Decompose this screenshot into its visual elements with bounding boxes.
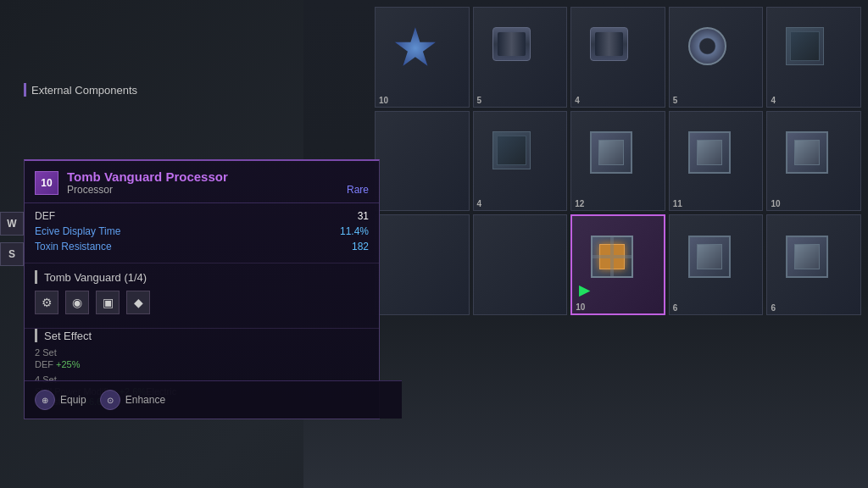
- set-icon-2: ◉: [65, 291, 89, 314]
- equip-label: Equip: [60, 394, 86, 406]
- grid-item-14[interactable]: 6: [766, 214, 861, 315]
- set-icon-3: ▣: [96, 291, 120, 314]
- item-name: Tomb Vanguard Processor: [67, 169, 369, 184]
- processor-icon-9: [786, 131, 828, 174]
- processor-icon-13: [688, 236, 731, 278]
- processor-icon-8: [688, 131, 731, 174]
- item-level-7: 12: [575, 199, 584, 208]
- detail-stats: DEF 31 Ecive Display Time 11.4% Toxin Re…: [25, 203, 379, 263]
- item-level-14: 6: [771, 303, 776, 313]
- grid-item-10[interactable]: [375, 214, 470, 315]
- set-effect-title: Set Effect: [44, 330, 92, 342]
- cursor-arrow-icon: ▶: [579, 282, 589, 298]
- sidebar-keys: W S: [0, 212, 24, 266]
- item-type: Processor: [67, 184, 113, 196]
- set-effect-indicator: [35, 329, 37, 342]
- item-level-0: 10: [379, 96, 388, 105]
- grid-item-0[interactable]: 10: [375, 7, 470, 108]
- grid-item-5[interactable]: [375, 111, 470, 212]
- grid-item-11[interactable]: [473, 214, 568, 315]
- grid-item-2[interactable]: 4: [570, 7, 665, 108]
- processor-icon-7: [590, 131, 632, 174]
- stat-row-toxin: Toxin Resistance 182: [35, 241, 369, 252]
- item-level-13: 6: [673, 303, 678, 313]
- item-rarity: Rare: [347, 184, 369, 196]
- stat-row-ecive: Ecive Display Time 11.4%: [35, 225, 369, 237]
- set-indicator: [35, 270, 37, 284]
- grid-item-13[interactable]: 6: [669, 214, 764, 315]
- grid-item-8[interactable]: 11: [669, 111, 764, 212]
- detail-header: 10 Tomb Vanguard Processor Processor Rar…: [25, 161, 379, 203]
- effect-2set-label: 2 Set: [35, 347, 369, 358]
- grid-item-9[interactable]: 10: [766, 111, 861, 212]
- ring-icon: [688, 27, 726, 65]
- box-icon-6: [492, 131, 531, 169]
- stat-label-ecive: Ecive Display Time: [35, 225, 120, 237]
- processor-selected-icon: [591, 236, 633, 278]
- item-level-3: 5: [673, 96, 678, 105]
- star-icon: [394, 27, 437, 69]
- set-section: Tomb Vanguard (1/4) ⚙ ◉ ▣ ◆: [25, 263, 379, 329]
- stat-row-def: DEF 31: [35, 210, 369, 222]
- item-level-6: 4: [477, 199, 482, 208]
- enhance-label: Enhance: [125, 394, 165, 406]
- grid-item-1[interactable]: 5: [473, 7, 568, 108]
- item-title-block: Tomb Vanguard Processor Processor Rare: [67, 169, 369, 196]
- item-level-9: 10: [771, 199, 780, 208]
- bottom-action-bar: ⊕ Equip ⊙ Enhance: [25, 380, 402, 419]
- grid-item-3[interactable]: 5: [669, 7, 764, 108]
- inventory-grid: 10 5 4 5 4: [368, 0, 868, 322]
- grid-item-6[interactable]: 4: [473, 111, 568, 212]
- set-icon-4: ◆: [126, 291, 150, 314]
- stat-value-ecive: 11.4%: [340, 225, 369, 237]
- stat-label-def: DEF: [35, 210, 55, 222]
- item-subtitle-row: Processor Rare: [67, 184, 369, 196]
- set-effect-header: Set Effect: [35, 329, 369, 342]
- grid-item-12-selected[interactable]: 10 ▶: [570, 214, 665, 315]
- item-level-1: 5: [477, 96, 482, 105]
- set-header: Tomb Vanguard (1/4): [35, 270, 369, 284]
- item-level-2: 4: [575, 96, 580, 105]
- set-name: Tomb Vanguard (1/4): [44, 271, 147, 284]
- cylinder-icon-1: [492, 27, 531, 61]
- effect-2set-value: +25%: [56, 359, 80, 369]
- effect-2set: 2 Set DEF +25%: [35, 347, 369, 369]
- stat-value-toxin: 182: [352, 241, 369, 252]
- grid-item-7[interactable]: 12: [570, 111, 665, 212]
- set-icon-1: ⚙: [35, 291, 58, 314]
- key-s[interactable]: S: [0, 242, 24, 266]
- detail-panel: 10 Tomb Vanguard Processor Processor Rar…: [24, 159, 380, 419]
- cylinder-icon-2: [590, 27, 628, 61]
- equip-action[interactable]: ⊕ Equip: [35, 390, 86, 410]
- equip-icon: ⊕: [35, 390, 55, 410]
- grid-item-4[interactable]: 4: [766, 7, 861, 108]
- box-icon-4: [786, 27, 824, 65]
- external-components-section: External Components: [24, 83, 137, 97]
- item-level-badge: 10: [35, 171, 58, 195]
- set-icons: ⚙ ◉ ▣ ◆: [35, 291, 369, 314]
- key-w[interactable]: W: [0, 212, 24, 236]
- enhance-action[interactable]: ⊙ Enhance: [100, 390, 165, 410]
- game-background: External Components 10 5 4 5: [0, 0, 868, 488]
- stat-value-def: 31: [358, 210, 369, 222]
- processor-icon-14: [786, 236, 828, 278]
- item-level-8: 11: [673, 199, 682, 208]
- enhance-icon: ⊙: [100, 390, 120, 410]
- stat-label-toxin: Toxin Resistance: [35, 241, 112, 252]
- external-components-label: External Components: [31, 84, 137, 97]
- effect-2set-desc: DEF +25%: [35, 359, 369, 369]
- item-level-4: 4: [771, 96, 776, 105]
- section-indicator: [24, 83, 26, 97]
- item-level-12: 10: [576, 302, 585, 312]
